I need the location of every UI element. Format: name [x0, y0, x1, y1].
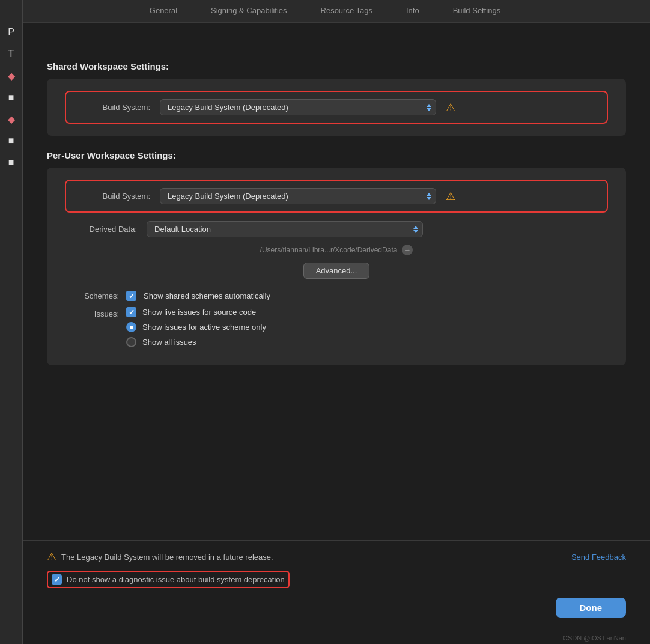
- tab-resource-tags[interactable]: Resource Tags: [304, 0, 389, 22]
- checkmark-icon2: ✓: [129, 308, 135, 317]
- checkmark-icon3: ✓: [54, 576, 60, 584]
- issues-row: Issues: ✓ Show live issues for source co…: [65, 307, 608, 347]
- footer-warning-icon: ⚠: [47, 550, 56, 564]
- derived-data-path-text: /Users/tiannan/Libra...r/Xcode/DerivedDa…: [260, 246, 398, 254]
- show-all-issues-radio[interactable]: [126, 337, 136, 347]
- derived-data-row: Derived Data: Default Location: [65, 221, 608, 237]
- per-user-build-system-row: Build System: Legacy Build System (Depre…: [78, 188, 595, 204]
- per-user-build-system-label: Build System:: [78, 192, 150, 201]
- main-content: Shared Workspace Settings: Build System:…: [23, 43, 650, 540]
- sidebar-icon-p[interactable]: P: [3, 24, 20, 41]
- sidebar-icon-t[interactable]: T: [3, 46, 20, 62]
- sidebar-icon-square1[interactable]: ■: [3, 89, 20, 106]
- derived-data-select[interactable]: Default Location: [147, 221, 423, 237]
- issue-option-1-row: ✓ Show live issues for source code: [126, 307, 266, 317]
- live-issues-text: Show live issues for source code: [142, 308, 256, 317]
- schemes-section: Schemes: ✓ Show shared schemes automatic…: [65, 291, 608, 347]
- sidebar-icon-square3[interactable]: ■: [3, 154, 20, 171]
- watermark: CSDN @iOSTianNan: [23, 632, 650, 644]
- done-button[interactable]: Done: [556, 598, 627, 618]
- sidebar-icon-diamond1[interactable]: ◆: [3, 67, 20, 84]
- top-tabs-bar: General Signing & Capabilities Resource …: [0, 0, 650, 23]
- derived-data-label: Derived Data:: [65, 225, 137, 234]
- sidebar-icon-square2[interactable]: ■: [3, 132, 20, 149]
- done-row: Done: [47, 598, 626, 618]
- shared-build-system-label: Build System:: [78, 103, 150, 112]
- path-navigate-icon[interactable]: →: [402, 245, 413, 255]
- do-not-show-row: ✓ Do not show a diagnostic issue about b…: [47, 571, 626, 588]
- shared-build-system-row: Build System: Legacy Build System (Depre…: [78, 99, 595, 115]
- issue-option-3-row: Show all issues: [126, 337, 266, 347]
- shared-workspace-title: Shared Workspace Settings:: [47, 61, 626, 71]
- derived-data-select-wrapper: Default Location: [147, 221, 423, 237]
- derived-data-path-row: /Users/tiannan/Libra...r/Xcode/DerivedDa…: [65, 245, 608, 255]
- active-scheme-radio[interactable]: [126, 322, 136, 332]
- per-user-workspace-box: Build System: Legacy Build System (Depre…: [47, 168, 626, 365]
- shared-build-system-select[interactable]: Legacy Build System (Deprecated): [160, 99, 436, 115]
- per-user-build-system-highlight: Build System: Legacy Build System (Depre…: [65, 180, 608, 213]
- do-not-show-highlight: ✓ Do not show a diagnostic issue about b…: [47, 571, 290, 588]
- schemes-label: Schemes:: [65, 291, 119, 300]
- show-all-issues-text: Show all issues: [142, 338, 196, 347]
- tab-build-settings[interactable]: Build Settings: [436, 0, 518, 22]
- do-not-show-label: Do not show a diagnostic issue about bui…: [67, 575, 285, 584]
- schemes-checkbox[interactable]: ✓: [126, 291, 136, 301]
- tab-general[interactable]: General: [133, 0, 194, 22]
- shared-workspace-box: Build System: Legacy Build System (Depre…: [47, 79, 626, 136]
- active-scheme-text: Show issues for active scheme only: [142, 323, 266, 332]
- shared-build-system-select-wrapper: Legacy Build System (Deprecated): [160, 99, 436, 115]
- shared-build-system-highlight: Build System: Legacy Build System (Depre…: [65, 91, 608, 124]
- sidebar-icon-diamond2[interactable]: ◆: [3, 111, 20, 127]
- do-not-show-checkbox[interactable]: ✓: [52, 574, 62, 585]
- tab-signing[interactable]: Signing & Capabilities: [194, 0, 303, 22]
- per-user-build-warning-icon: ⚠: [446, 190, 455, 203]
- footer: ⚠ The Legacy Build System will be remove…: [23, 540, 650, 632]
- per-user-build-system-select-wrapper: Legacy Build System (Deprecated): [160, 188, 436, 204]
- shared-build-warning-icon: ⚠: [446, 101, 455, 114]
- warning-row: ⚠ The Legacy Build System will be remove…: [47, 550, 626, 564]
- footer-warning-text: The Legacy Build System will be removed …: [61, 553, 273, 562]
- live-issues-checkbox[interactable]: ✓: [126, 307, 136, 317]
- send-feedback-link[interactable]: Send Feedback: [571, 553, 626, 562]
- per-user-workspace-title: Per-User Workspace Settings:: [47, 150, 626, 160]
- warning-left: ⚠ The Legacy Build System will be remove…: [47, 550, 273, 564]
- per-user-build-system-select[interactable]: Legacy Build System (Deprecated): [160, 188, 436, 204]
- schemes-option-text: Show shared schemes automatically: [144, 291, 270, 300]
- checkmark-icon: ✓: [129, 292, 135, 300]
- schemes-row: Schemes: ✓ Show shared schemes automatic…: [65, 291, 608, 301]
- tab-info[interactable]: Info: [389, 0, 436, 22]
- issues-label: Issues:: [65, 307, 119, 318]
- issues-options: ✓ Show live issues for source code Show …: [126, 307, 266, 347]
- sidebar: P T ◆ ■ ◆ ■ ■: [0, 0, 23, 644]
- advanced-button[interactable]: Advanced...: [303, 263, 370, 279]
- issue-option-2-row: Show issues for active scheme only: [126, 322, 266, 332]
